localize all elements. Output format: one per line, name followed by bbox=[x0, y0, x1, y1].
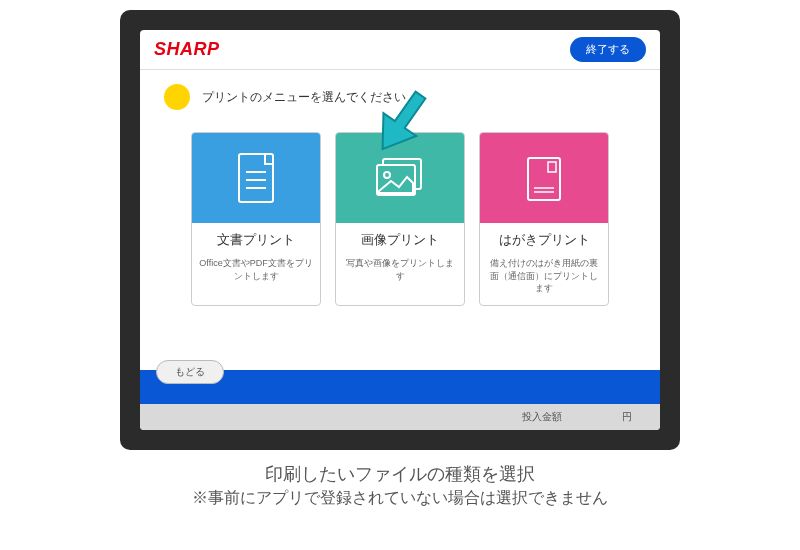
instruction-row: プリントのメニューを選んでください bbox=[164, 84, 636, 110]
content-area: プリントのメニューを選んでください 文書プリント bbox=[140, 70, 660, 370]
header-bar: SHARP 終了する bbox=[140, 30, 660, 70]
back-button[interactable]: もどる bbox=[156, 360, 224, 384]
document-icon bbox=[192, 133, 320, 223]
caption-line1: 印刷したいファイルの種類を選択 bbox=[0, 462, 800, 486]
document-print-card[interactable]: 文書プリント Office文書やPDF文書をプリントします bbox=[191, 132, 321, 306]
svg-rect-7 bbox=[528, 158, 560, 200]
image-print-card[interactable]: 画像プリント 写真や画像をプリントします bbox=[335, 132, 465, 306]
card-title: 文書プリント bbox=[192, 223, 320, 257]
screen: SHARP 終了する プリントのメニューを選んでください bbox=[140, 30, 660, 430]
footer-bar: もどる bbox=[140, 370, 660, 404]
card-title: 画像プリント bbox=[336, 223, 464, 257]
card-desc: 備え付けのはがき用紙の裏面（通信面）にプリントします bbox=[480, 257, 608, 305]
deposit-bar: 投入金額 円 bbox=[140, 404, 660, 430]
brand-logo: SHARP bbox=[154, 39, 220, 60]
card-title: はがきプリント bbox=[480, 223, 608, 257]
device-frame: SHARP 終了する プリントのメニューを選んでください bbox=[120, 10, 680, 450]
exit-button[interactable]: 終了する bbox=[570, 37, 646, 62]
menu-cards: 文書プリント Office文書やPDF文書をプリントします 画像プリント 写真や… bbox=[164, 132, 636, 306]
card-desc: 写真や画像をプリントします bbox=[336, 257, 464, 292]
status-dot-icon bbox=[164, 84, 190, 110]
svg-rect-8 bbox=[548, 162, 556, 172]
image-icon bbox=[336, 133, 464, 223]
postcard-print-card[interactable]: はがきプリント 備え付けのはがき用紙の裏面（通信面）にプリントします bbox=[479, 132, 609, 306]
currency-label: 円 bbox=[622, 410, 632, 424]
svg-rect-0 bbox=[239, 154, 273, 202]
instruction-text: プリントのメニューを選んでください bbox=[202, 89, 406, 106]
card-desc: Office文書やPDF文書をプリントします bbox=[192, 257, 320, 292]
caption-line2: ※事前にアプリで登録されていない場合は選択できません bbox=[0, 488, 800, 509]
postcard-icon bbox=[480, 133, 608, 223]
deposit-label: 投入金額 bbox=[522, 410, 562, 424]
caption: 印刷したいファイルの種類を選択 ※事前にアプリで登録されていない場合は選択できま… bbox=[0, 462, 800, 509]
